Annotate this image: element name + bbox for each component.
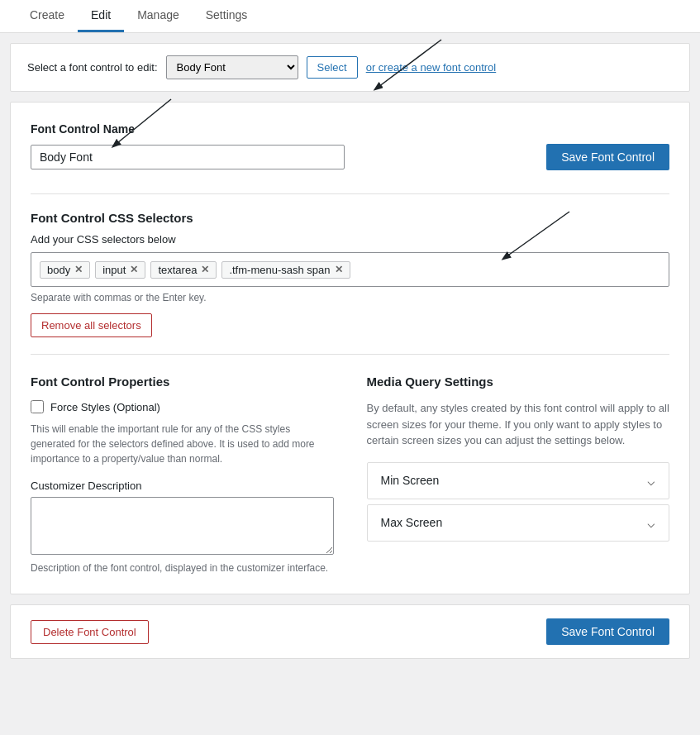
- bottom-bar: Delete Font Control Save Font Control: [10, 604, 690, 659]
- tab-create[interactable]: Create: [17, 0, 78, 32]
- remove-all-selectors-button[interactable]: Remove all selectors: [31, 313, 152, 337]
- selector-tag-tfm-text: .tfm-menu-sash span: [229, 264, 330, 276]
- tab-manage[interactable]: Manage: [124, 0, 193, 32]
- force-styles-row: Force Styles (Optional): [31, 400, 334, 413]
- font-control-name-section: Font Control Name Save Font Control: [31, 122, 669, 170]
- media-query-description: By default, any styles created by this f…: [367, 400, 670, 449]
- selector-tag-body-text: body: [47, 264, 70, 276]
- two-column-section: Font Control Properties Force Styles (Op…: [31, 375, 669, 574]
- media-query-title: Media Query Settings: [367, 375, 670, 389]
- selector-tag-textarea-text: textarea: [158, 264, 197, 276]
- font-control-properties: Font Control Properties Force Styles (Op…: [31, 375, 334, 574]
- force-styles-label: Force Styles (Optional): [50, 401, 160, 413]
- force-styles-description: This will enable the important rule for …: [31, 422, 334, 466]
- main-content: Font Control Name Save Font Control Font…: [10, 102, 690, 594]
- arrow-annotation-2: [80, 95, 188, 153]
- save-font-control-button-bottom[interactable]: Save Font Control: [546, 618, 669, 645]
- selector-tag-body: body ✕: [40, 261, 90, 279]
- top-navigation: Create Edit Manage Settings: [0, 0, 700, 33]
- tab-edit[interactable]: Edit: [78, 0, 124, 32]
- delete-font-control-button[interactable]: Delete Font Control: [31, 620, 149, 644]
- customizer-desc-label: Customizer Description: [31, 480, 334, 492]
- force-styles-checkbox[interactable]: [31, 400, 44, 413]
- selector-tag-tfm: .tfm-menu-sash span ✕: [221, 261, 350, 279]
- max-screen-header[interactable]: Max Screen ⌵: [368, 505, 669, 541]
- customizer-desc-textarea[interactable]: [31, 497, 334, 555]
- properties-title: Font Control Properties: [31, 375, 334, 389]
- selector-tag-input-text: input: [102, 264, 126, 276]
- save-font-control-button-top[interactable]: Save Font Control: [546, 144, 669, 170]
- select-button[interactable]: Select: [307, 56, 358, 79]
- max-screen-label: Max Screen: [381, 516, 443, 529]
- selector-input-box[interactable]: body ✕ input ✕ textarea ✕ .tfm-menu-sash…: [31, 252, 669, 287]
- name-row: Save Font Control: [31, 144, 669, 170]
- selector-bar: Select a font control to edit: Body Font…: [10, 43, 690, 92]
- divider-2: [31, 354, 669, 355]
- css-selectors-section: Font Control CSS Selectors Add your CSS …: [31, 211, 669, 337]
- min-screen-accordion[interactable]: Min Screen ⌵: [367, 462, 670, 499]
- max-screen-chevron-icon: ⌵: [647, 515, 655, 531]
- font-control-name-input[interactable]: [31, 145, 345, 169]
- media-query-settings: Media Query Settings By default, any sty…: [367, 375, 670, 574]
- font-control-select[interactable]: Body Font: [166, 55, 298, 79]
- selector-tag-textarea: textarea ✕: [150, 261, 217, 279]
- max-screen-accordion[interactable]: Max Screen ⌵: [367, 504, 670, 542]
- selector-tag-input: input ✕: [95, 261, 145, 279]
- selector-helper-text: Separate with commas or the Enter key.: [31, 292, 669, 303]
- remove-textarea-tag[interactable]: ✕: [201, 265, 209, 274]
- arrow-annotation-3: [454, 208, 586, 265]
- min-screen-header[interactable]: Min Screen ⌵: [368, 463, 669, 499]
- tab-settings[interactable]: Settings: [193, 0, 261, 32]
- min-screen-chevron-icon: ⌵: [647, 473, 655, 489]
- remove-input-tag[interactable]: ✕: [130, 265, 138, 274]
- create-font-control-link[interactable]: or create a new font control: [366, 61, 497, 74]
- remove-body-tag[interactable]: ✕: [74, 265, 83, 274]
- selector-bar-label: Select a font control to edit:: [27, 61, 158, 74]
- remove-tfm-tag[interactable]: ✕: [335, 265, 343, 274]
- min-screen-label: Min Screen: [381, 474, 440, 487]
- textarea-helper-text: Description of the font control, display…: [31, 562, 334, 574]
- divider-1: [31, 193, 669, 194]
